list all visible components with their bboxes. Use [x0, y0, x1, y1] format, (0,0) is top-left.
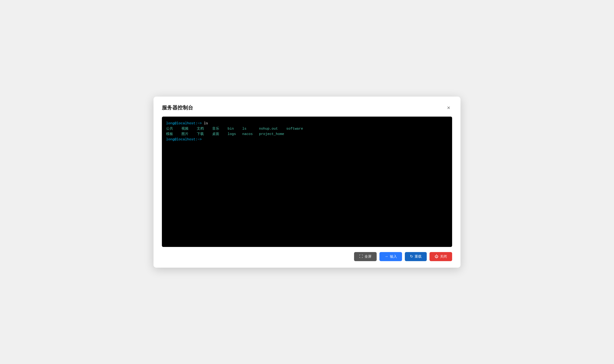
modal-title: 服务器控制台	[162, 104, 193, 111]
input-button[interactable]: → 输入	[379, 252, 402, 261]
input-icon: →	[385, 255, 388, 258]
terminal-prompt-2: long@localhost:~>	[166, 138, 204, 142]
shutdown-button[interactable]: ⏻ 关闭	[429, 252, 452, 261]
terminal-window[interactable]: long@localhost:~> ls 公共 视频 文档 音乐 bin ls …	[162, 117, 452, 247]
close-label: 关闭	[440, 254, 447, 259]
terminal-prompt-line: long@localhost:~>	[166, 137, 448, 142]
terminal-prompt-1: long@localhost:~>	[166, 121, 204, 125]
fullscreen-button[interactable]: ⛶ 全屏	[354, 252, 377, 261]
terminal-output-row1: 公共 视频 文档 音乐 bin ls nohup.out software	[166, 126, 448, 131]
reload-button[interactable]: ↻ 重载	[405, 252, 427, 261]
reload-icon: ↻	[410, 255, 413, 258]
fullscreen-icon: ⛶	[359, 255, 363, 258]
modal-header: 服务器控制台 ×	[162, 104, 452, 111]
server-console-modal: 服务器控制台 × long@localhost:~> ls 公共 视频 文档 音…	[154, 97, 460, 268]
modal-close-button[interactable]: ×	[445, 104, 452, 111]
fullscreen-label: 全屏	[364, 254, 372, 259]
power-icon: ⏻	[435, 255, 438, 258]
terminal-line-command: long@localhost:~> ls	[166, 121, 448, 126]
terminal-output-row2: 模板 图片 下载 桌面 logs nacos project_home	[166, 131, 448, 137]
modal-overlay: 服务器控制台 × long@localhost:~> ls 公共 视频 文档 音…	[0, 0, 614, 364]
reload-label: 重载	[415, 254, 422, 259]
terminal-cmd: ls	[204, 121, 208, 125]
input-label: 输入	[390, 254, 397, 259]
modal-footer: ⛶ 全屏 → 输入 ↻ 重载 ⏻ 关闭	[162, 252, 452, 261]
